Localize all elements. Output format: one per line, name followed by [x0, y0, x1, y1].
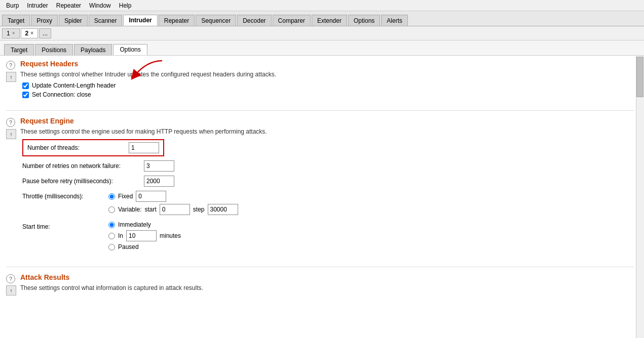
- instance-tab-1-close[interactable]: ×: [12, 30, 15, 36]
- section-header-row: ? ↑ Request Headers These settings contr…: [6, 60, 634, 100]
- tab-decoder[interactable]: Decoder: [237, 15, 271, 26]
- throttle-variable-row: Variable: start step: [108, 204, 238, 215]
- threads-highlight-box: Number of threads:: [22, 139, 164, 156]
- tab-target[interactable]: Target: [2, 15, 30, 26]
- divider-1: [6, 110, 634, 111]
- sub-tab-bar: Target Positions Payloads Options: [0, 40, 644, 56]
- pause-input[interactable]: [144, 176, 174, 187]
- section-desc-engine: These settings control the engine used f…: [20, 128, 634, 135]
- help-icon-request-headers[interactable]: ?: [6, 61, 15, 70]
- start-in-row: In minutes: [108, 230, 181, 241]
- section-attack-results: ? ↑ Attack Results These settings contro…: [6, 273, 634, 295]
- section-request-engine: ? ↑ Request Engine These settings contro…: [6, 117, 634, 257]
- throttle-variable-radio[interactable]: [108, 206, 115, 213]
- start-paused-row: Paused: [108, 243, 181, 250]
- menu-intruder[interactable]: Intruder: [23, 1, 52, 10]
- section-attack-header-row: ? ↑ Attack Results These settings contro…: [6, 273, 634, 295]
- sub-tab-options[interactable]: Options: [113, 44, 147, 55]
- tab-scanner[interactable]: Scanner: [89, 15, 123, 26]
- throttle-step-input[interactable]: [208, 204, 238, 215]
- section-title-engine: Request Engine: [20, 117, 74, 125]
- section-body-engine: Request Engine These settings control th…: [20, 117, 634, 257]
- section-title-headers: Request Headers: [20, 60, 78, 68]
- action-icon-up-headers[interactable]: ↑: [6, 72, 16, 82]
- throttle-fixed-radio[interactable]: [108, 193, 115, 200]
- throttle-label: Throttle (milliseconds):: [22, 191, 108, 200]
- start-in-unit-label: minutes: [160, 232, 181, 239]
- section-title-attack-results: Attack Results: [20, 273, 69, 281]
- start-time-options: Immediately In minutes Paused: [108, 221, 181, 252]
- checkbox-content-length-row: Update Content-Length header: [20, 82, 634, 89]
- start-immediately-radio[interactable]: [108, 222, 115, 228]
- menu-repeater[interactable]: Repeater: [52, 1, 85, 10]
- instance-tab-2[interactable]: 2 ×: [21, 28, 39, 38]
- instance-tab-bar: 1 × 2 × ...: [0, 26, 644, 40]
- retries-input[interactable]: [144, 160, 174, 172]
- start-in-radio[interactable]: [108, 233, 115, 239]
- content-inner: ? ↑ Request Headers These settings contr…: [0, 56, 644, 310]
- action-icon-up-engine[interactable]: ↑: [6, 129, 16, 139]
- tab-repeater[interactable]: Repeater: [159, 15, 195, 26]
- help-icon-engine[interactable]: ?: [6, 118, 15, 127]
- section-title-row-attack: Attack Results: [20, 273, 634, 281]
- retries-label: Number of retries on network failure:: [22, 162, 144, 170]
- checkbox-connection-close-row: Set Connection: close: [20, 91, 634, 98]
- throttle-variable-label: Variable:: [118, 206, 141, 213]
- instance-tab-2-label: 2: [25, 30, 29, 37]
- scrollbar-thumb[interactable]: [636, 57, 643, 97]
- throttle-options: Fixed Variable: start step: [108, 191, 238, 217]
- pause-label: Pause before retry (milliseconds):: [22, 178, 144, 185]
- start-immediately-row: Immediately: [108, 221, 181, 228]
- section-desc-headers: These settings control whether Intruder …: [20, 71, 634, 78]
- checkbox-content-length[interactable]: [22, 82, 29, 89]
- instance-tab-more[interactable]: ...: [39, 28, 51, 38]
- instance-tab-1-label: 1: [7, 30, 10, 37]
- sub-tab-positions[interactable]: Positions: [35, 44, 73, 55]
- throttle-start-label: start: [144, 206, 156, 213]
- pause-row: Pause before retry (milliseconds):: [20, 176, 634, 187]
- section-engine-header-row: ? ↑ Request Engine These settings contro…: [6, 117, 634, 257]
- tab-extender[interactable]: Extender: [312, 15, 347, 26]
- start-immediately-label: Immediately: [118, 221, 151, 228]
- menu-bar: Burp Intruder Repeater Window Help: [0, 0, 644, 11]
- retries-row: Number of retries on network failure:: [20, 160, 634, 172]
- instance-tab-1[interactable]: 1 ×: [2, 28, 20, 38]
- section-title-row-engine: Request Engine: [20, 117, 634, 125]
- tab-options[interactable]: Options: [348, 15, 380, 26]
- menu-burp[interactable]: Burp: [2, 1, 23, 10]
- start-paused-radio[interactable]: [108, 244, 115, 250]
- menu-help[interactable]: Help: [115, 1, 136, 10]
- sub-tab-payloads[interactable]: Payloads: [74, 44, 112, 55]
- start-in-input[interactable]: [126, 230, 157, 241]
- start-paused-label: Paused: [118, 243, 139, 250]
- start-time-label: Start time:: [22, 221, 108, 230]
- main-tab-bar: Target Proxy Spider Scanner Intruder Rep…: [0, 11, 644, 26]
- tab-alerts[interactable]: Alerts: [381, 15, 408, 26]
- section-request-headers: ? ↑ Request Headers These settings contr…: [6, 60, 634, 100]
- throttle-step-label: step: [193, 206, 205, 213]
- threads-input[interactable]: [129, 142, 159, 153]
- action-icon-up-attack[interactable]: ↑: [6, 285, 16, 295]
- section-desc-attack-results: These settings control what information …: [20, 284, 634, 291]
- tab-spider[interactable]: Spider: [59, 15, 88, 26]
- help-icon-attack-results[interactable]: ?: [6, 274, 15, 283]
- divider-2: [6, 267, 634, 267]
- start-time-section: Start time: Immediately In minutes: [20, 221, 634, 252]
- tab-proxy[interactable]: Proxy: [31, 15, 58, 26]
- content-area: ? ↑ Request Headers These settings contr…: [0, 56, 644, 338]
- tab-sequencer[interactable]: Sequencer: [196, 15, 236, 26]
- section-body-attack-results: Attack Results These settings control wh…: [20, 273, 634, 295]
- throttle-section: Throttle (milliseconds): Fixed Variable:…: [20, 191, 634, 217]
- start-in-label: In: [118, 232, 123, 239]
- menu-window[interactable]: Window: [85, 1, 115, 10]
- sub-tab-target[interactable]: Target: [4, 44, 34, 55]
- checkbox-connection-close[interactable]: [22, 92, 29, 98]
- section-body-headers: Request Headers These settings control w…: [20, 60, 634, 100]
- throttle-fixed-input[interactable]: [136, 191, 166, 202]
- throttle-start-input[interactable]: [160, 204, 190, 215]
- tab-intruder[interactable]: Intruder: [123, 15, 157, 26]
- instance-tab-2-close[interactable]: ×: [30, 30, 33, 36]
- threads-label: Number of threads:: [27, 144, 129, 151]
- tab-comparer[interactable]: Comparer: [273, 15, 311, 26]
- scrollbar-track[interactable]: [636, 56, 644, 338]
